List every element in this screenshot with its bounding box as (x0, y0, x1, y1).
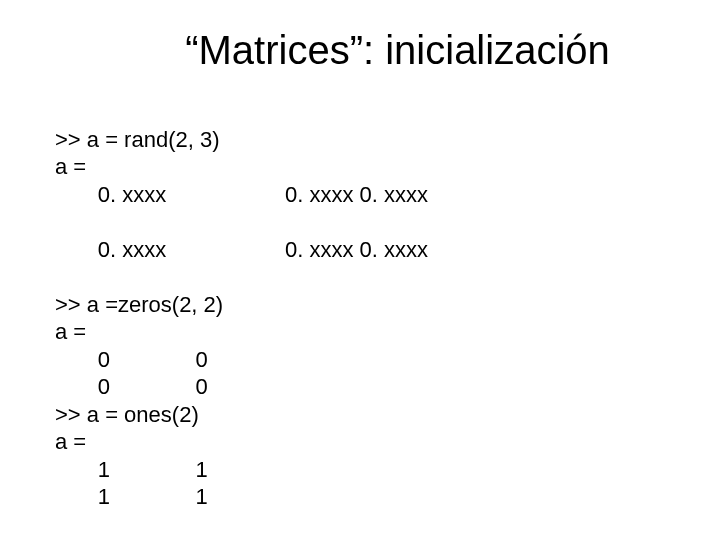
code-line: a = (55, 319, 86, 344)
slide-title: “Matrices”: inicialización (115, 28, 680, 73)
code-line: 0 0 (55, 374, 208, 399)
code-line: a = (55, 154, 86, 179)
code-line: >> a = rand(2, 3) (55, 127, 220, 152)
code-cell: 0. xxxx 0. xxxx (285, 181, 428, 209)
code-line: 0 0 (55, 347, 208, 372)
code-line: >> a =zeros(2, 2) (55, 292, 223, 317)
code-line: 1 1 (55, 457, 208, 482)
code-cell: 0. xxxx (55, 181, 285, 209)
code-line: 1 1 (55, 484, 208, 509)
code-cell: 0. xxxx 0. xxxx (285, 236, 428, 264)
code-line: >> a = ones(2) (55, 402, 199, 427)
code-line: a = (55, 429, 86, 454)
code-block: >> a = rand(2, 3) a = 0. xxxx0. xxxx 0. … (55, 98, 680, 511)
code-cell: 0. xxxx (55, 236, 285, 264)
